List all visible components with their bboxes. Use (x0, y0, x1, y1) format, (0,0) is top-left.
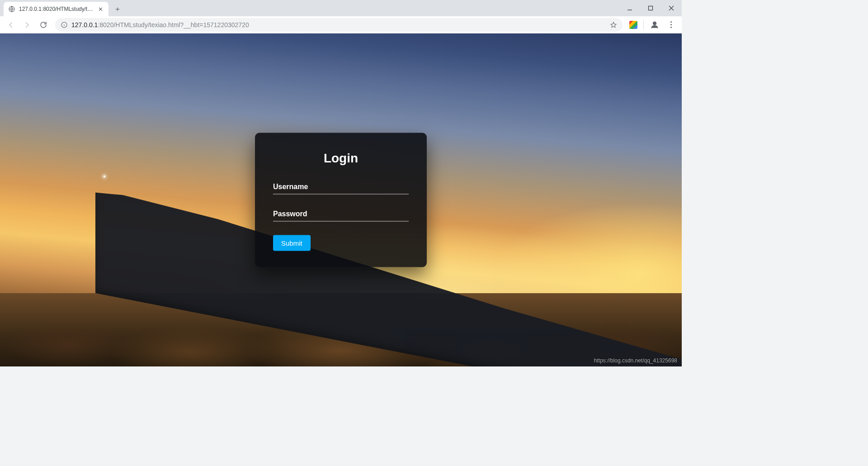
svg-point-9 (653, 22, 656, 25)
page-viewport: Login Username Password Submit https://b… (0, 33, 682, 366)
login-title: Login (273, 151, 409, 166)
username-field: Username (273, 181, 409, 195)
tab-title: 127.0.0.1:8020/HTMLstudy/tex (19, 6, 93, 12)
toolbar-divider (643, 20, 644, 30)
nav-forward-button[interactable] (20, 18, 34, 32)
svg-rect-2 (649, 6, 653, 10)
extension-icon[interactable] (627, 19, 640, 31)
nav-reload-button[interactable] (36, 18, 51, 32)
login-card: Login Username Password Submit (255, 133, 427, 267)
url-path: :8020/HTMLstudy/texiao.html?__hbt=157122… (98, 21, 249, 29)
site-info-icon[interactable] (61, 21, 68, 29)
globe-icon (8, 5, 15, 13)
username-input[interactable] (273, 181, 409, 195)
url-host: 127.0.0.1 (71, 21, 98, 29)
address-url: 127.0.0.1:8020/HTMLstudy/texiao.html?__h… (71, 21, 606, 29)
profile-avatar-button[interactable] (647, 18, 662, 32)
browser-tabstrip: 127.0.0.1:8020/HTMLstudy/tex ✕ ＋ (0, 0, 682, 16)
watermark-text: https://blog.csdn.net/qq_41325698 (594, 357, 677, 364)
bookmark-star-icon[interactable] (610, 21, 617, 29)
window-maximize-button[interactable] (640, 0, 661, 16)
password-input[interactable] (273, 208, 409, 222)
address-bar[interactable]: 127.0.0.1:8020/HTMLstudy/texiao.html?__h… (55, 18, 623, 32)
browser-menu-button[interactable] (664, 18, 678, 32)
window-close-button[interactable] (661, 0, 682, 16)
tab-close-icon[interactable]: ✕ (97, 5, 104, 13)
nav-back-button[interactable] (4, 18, 18, 32)
browser-tab[interactable]: 127.0.0.1:8020/HTMLstudy/tex ✕ (4, 2, 108, 16)
svg-marker-8 (611, 22, 616, 27)
window-controls (619, 0, 682, 16)
password-field: Password (273, 208, 409, 222)
browser-toolbar: 127.0.0.1:8020/HTMLstudy/texiao.html?__h… (0, 16, 682, 33)
submit-button[interactable]: Submit (273, 235, 311, 251)
new-tab-button[interactable]: ＋ (111, 3, 124, 15)
window-minimize-button[interactable] (619, 0, 640, 16)
